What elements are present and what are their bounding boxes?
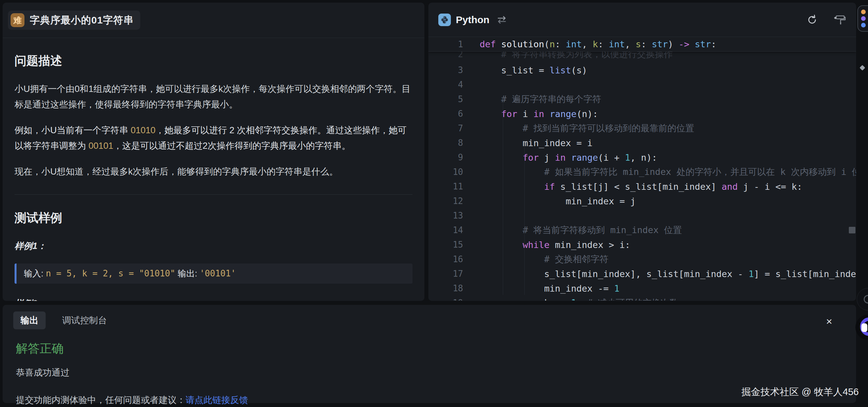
text-segment — [479, 182, 544, 192]
text-segment: if — [544, 182, 555, 192]
text-segment — [577, 298, 588, 301]
code-line-4: 4 — [428, 77, 856, 92]
code-line-17: 17 s_list[min_index], s_list[min_index -… — [428, 267, 856, 281]
output-tabs: 输出 调试控制台 × — [13, 311, 845, 329]
code-line-15: 15 while min_index > i: — [428, 238, 856, 252]
feedback-text: 提交功能内测体验中，任何问题或者建议： — [16, 395, 186, 405]
indent-guide — [524, 141, 525, 295]
switch-language-icon[interactable] — [496, 15, 507, 24]
text-segment: : — [598, 39, 609, 49]
widget-purple-dot — [861, 16, 866, 21]
text-segment: int — [566, 39, 582, 49]
text-segment: k -= — [479, 298, 571, 301]
code-text: # 找到当前字符可以移动到的最靠前的位置 — [479, 122, 694, 134]
text-segment: ) — [668, 39, 679, 49]
code-text: min_index = i — [479, 138, 592, 148]
text-segment: i — [517, 109, 533, 119]
line-number: 15 — [428, 240, 463, 250]
text-segment — [566, 152, 571, 163]
text-segment: 1 — [571, 298, 576, 301]
line-number: 2 — [428, 52, 463, 59]
watermark: 掘金技术社区 @ 牧羊人456 — [741, 385, 859, 399]
code-editor[interactable]: 1def solution(n: int, k: int, s: str) ->… — [428, 37, 856, 301]
line-number: 18 — [428, 283, 463, 293]
text-segment: 1 — [614, 283, 619, 293]
code-text: # 将当前字符移动到 min_index 位置 — [479, 224, 682, 236]
text-segment: min_index > i: — [550, 240, 630, 250]
text-segment: : — [641, 39, 652, 49]
problem-header: 难 字典序最小的01字符串 — [3, 3, 425, 38]
text-segment: (i + — [598, 152, 625, 163]
python-icon — [438, 13, 451, 26]
close-icon[interactable]: × — [826, 316, 832, 327]
code-text: k -= 1 # 减少可用的交换次数 — [479, 297, 678, 301]
format-paint-icon[interactable] — [833, 14, 846, 26]
widget-orange-dot — [861, 9, 866, 14]
sample-2-label: 样例2： — [14, 298, 412, 301]
tab-debug-console[interactable]: 调试控制台 — [62, 314, 107, 326]
line-number: 1 — [428, 39, 463, 49]
code-text: s_list[min_index], s_list[min_index - 1]… — [479, 269, 856, 279]
code-lines: 1def solution(n: int, k: int, s: str) ->… — [428, 37, 856, 301]
text-segment: solution — [496, 39, 544, 49]
code-text: # 如果当前字符比 min_index 处的字符小，并且可以在 k 次内移动到 … — [479, 166, 856, 178]
assistant-eye-button[interactable] — [856, 315, 868, 340]
code-text: # 交换相邻字符 — [479, 253, 609, 265]
problem-panel: 难 字典序最小的01字符串 问题描述 小U拥有一个由0和1组成的字符串，她可以进… — [3, 3, 425, 301]
floating-button-top[interactable] — [857, 288, 868, 310]
line-number: 12 — [428, 196, 463, 206]
line-number: 17 — [428, 269, 463, 279]
text-segment: for — [501, 109, 517, 119]
refresh-icon[interactable] — [806, 14, 818, 26]
text-segment: and — [722, 182, 738, 192]
feedback-link[interactable]: 请点此链接反馈 — [186, 395, 248, 405]
text-segment: 输出: — [175, 269, 200, 278]
code-line-5: 5 # 遍历字符串的每个字符 — [428, 92, 856, 106]
code-line-18: 18 min_index -= 1 — [428, 281, 856, 295]
text-segment: n = 5, k = 2, s = "01010" — [45, 269, 175, 278]
extension-widget[interactable] — [858, 5, 868, 32]
text-segment: s — [636, 39, 641, 49]
text-segment: # 如果当前字符比 min_index 处的字符小，并且可以在 k 次内移动到 … — [479, 167, 856, 177]
eye-pupil — [861, 323, 867, 332]
text-segment: , — [582, 39, 593, 49]
page: { "colors": { "success_green": "#57a861"… — [0, 0, 868, 407]
code-line-16: 16 # 交换相邻字符 — [428, 252, 856, 267]
text-segment: # 将当前字符移动到 min_index 位置 — [479, 225, 682, 235]
tab-output[interactable]: 输出 — [13, 311, 45, 329]
description-heading: 问题描述 — [14, 53, 412, 69]
line-number: 8 — [428, 138, 463, 148]
code-text: # 将字符串转换为列表，以便进行交换操作 — [479, 52, 673, 60]
line-number: 4 — [428, 80, 463, 90]
code-text: for i in range(n): — [479, 109, 598, 119]
text-segment — [479, 109, 501, 119]
code-line-13: 13 — [428, 208, 856, 223]
sample-1-label: 样例1： — [14, 240, 412, 252]
problem-title-chip[interactable]: 难 字典序最小的01字符串 — [8, 10, 140, 30]
text-segment: ] = s_list[min_index - — [754, 269, 856, 279]
text-segment — [479, 152, 523, 163]
indent-guide — [503, 97, 503, 295]
widget-blue-dot — [861, 23, 866, 27]
text-segment: # 减少可用的交换次数 — [587, 298, 678, 301]
text-segment: 00101 — [89, 141, 114, 151]
code-line-2: 2 # 将字符串转换为列表，以便进行交换操作 — [428, 52, 856, 63]
section-divider — [14, 194, 412, 195]
code-line-3: 3 s_list = list(s) — [428, 63, 856, 77]
language-label: Python — [456, 14, 490, 26]
problem-paragraph-2: 例如，小U当前有一个字符串 01010，她最多可以进行 2 次相邻字符交换操作。… — [14, 123, 412, 154]
text-segment: , n): — [630, 152, 657, 163]
editor-scrollbar-thumb[interactable] — [849, 227, 856, 233]
text-segment: # 将字符串转换为列表，以便进行交换操作 — [479, 52, 673, 59]
text-segment: k — [592, 39, 598, 49]
text-segment: j - i <= k: — [738, 182, 802, 192]
text-segment: j — [539, 152, 555, 163]
text-segment: list — [550, 65, 571, 75]
line-number: 7 — [428, 123, 463, 133]
text-segment: -> — [679, 39, 690, 49]
sparkle-icon[interactable] — [860, 65, 865, 71]
code-text: s_list = list(s) — [479, 65, 587, 75]
code-line-7: 7 # 找到当前字符可以移动到的最靠前的位置 — [428, 121, 856, 135]
difficulty-badge: 难 — [10, 13, 25, 27]
text-segment: ，这是可以通过不超过2次操作得到的字典序最小的字符串。 — [114, 141, 351, 151]
